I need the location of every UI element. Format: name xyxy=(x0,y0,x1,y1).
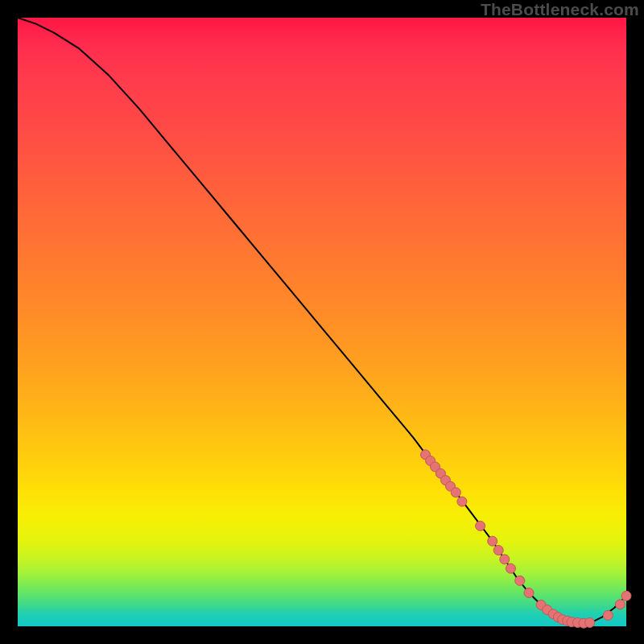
marker-dot xyxy=(493,546,503,555)
marker-dot xyxy=(457,497,467,506)
marker-dot xyxy=(476,521,485,530)
marker-dot xyxy=(500,555,510,564)
marker-dot xyxy=(621,591,631,601)
watermark-text: TheBottleneck.com xyxy=(481,0,639,19)
marker-dot xyxy=(515,576,525,585)
marker-dot xyxy=(506,564,515,573)
bottleneck-curve xyxy=(18,18,626,623)
marker-dot xyxy=(524,588,534,597)
marker-dots xyxy=(421,450,632,628)
chart-overlay xyxy=(18,18,626,626)
marker-dot xyxy=(615,600,625,609)
chart-frame: TheBottleneck.com xyxy=(0,0,644,644)
marker-dot xyxy=(603,610,613,620)
marker-dot xyxy=(585,618,595,628)
marker-dot xyxy=(488,536,497,546)
marker-dot xyxy=(451,488,460,497)
